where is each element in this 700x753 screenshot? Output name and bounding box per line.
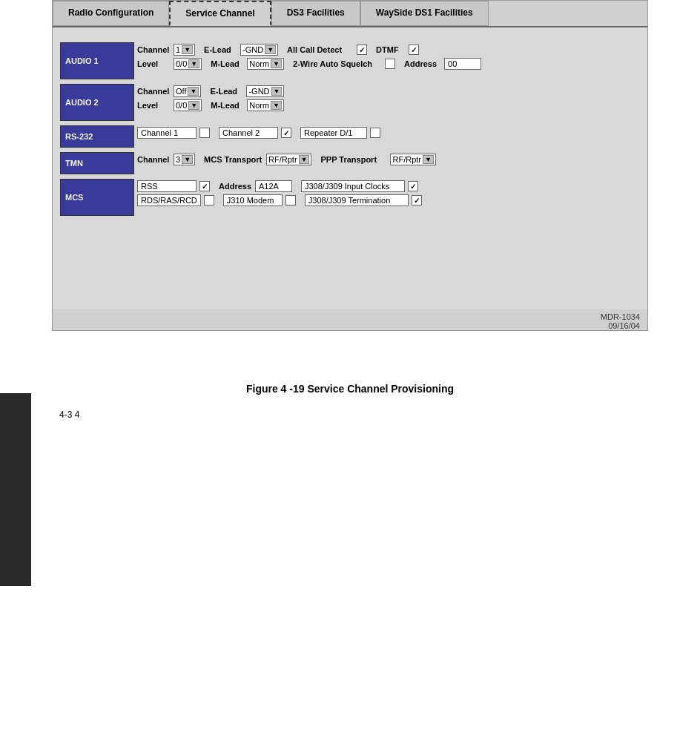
audio1-channel-dropdown[interactable]: 1 ▼ [174, 44, 195, 56]
rs232-repeaterd1-checkbox[interactable] [370, 128, 380, 138]
tmn-label: TMN [60, 152, 134, 174]
tmn-channel-dropdown[interactable]: 3 ▼ [174, 154, 195, 165]
mcs-rds-checkbox[interactable] [204, 195, 214, 205]
mcs-section: MCS RSS Address A12A J308/J309 Input Clo… [60, 179, 640, 216]
diagram-area: Radio Configuration Service Channel DS3 … [52, 0, 648, 331]
audio2-level-label: Level [137, 101, 171, 110]
audio2-row2: Level 0/0 ▼ M-Lead Norm ▼ [137, 99, 637, 111]
rs232-label: RS-232 [60, 125, 134, 148]
audio2-section: AUDIO 2 Channel Off ▼ E-Lead -GND ▼ [60, 84, 640, 121]
mcs-j308-input-label: J308/J309 Input Clocks [301, 180, 405, 192]
mcs-address-value: A12A [255, 180, 292, 192]
audio1-content: Channel 1 ▼ E-Lead -GND ▼ All Call Detec… [134, 42, 640, 71]
figure-caption: Figure 4 -19 Service Channel Provisionin… [0, 375, 700, 402]
audio1-row2: Level 0/0 ▼ M-Lead Norm ▼ 2-Wire Auto Sq… [137, 58, 637, 70]
audio2-channel-arrow: ▼ [188, 87, 199, 96]
audio1-allcall-checkbox[interactable] [357, 45, 367, 55]
tab-wayside-ds1[interactable]: WaySide DS1 Facilities [360, 1, 489, 26]
tmn-mcs-transport-dropdown[interactable]: RF/Rptr ▼ [266, 154, 311, 165]
audio1-twowire-label: 2-Wire Auto Squelch [293, 59, 382, 68]
page-wrapper: Radio Configuration Service Channel DS3 … [0, 0, 700, 753]
audio1-mlead-arrow: ▼ [271, 59, 282, 68]
tab-service-channel[interactable]: Service Channel [169, 1, 271, 26]
mcs-row2: RDS/RAS/RCD J310 Modem J308/J309 Termina… [137, 194, 637, 206]
audio2-channel-dropdown[interactable]: Off ▼ [174, 85, 201, 97]
tmn-row: Channel 3 ▼ MCS Transport RF/Rptr ▼ PPP … [137, 154, 637, 165]
audio1-elead-label: E-Lead [204, 45, 237, 54]
audio2-elead-arrow: ▼ [271, 87, 283, 96]
tmn-ppp-transport-dropdown[interactable]: RF/Rptr ▼ [390, 154, 435, 165]
mdr-note: MDR-1034 09/16/04 [53, 309, 647, 330]
audio1-channel-arrow: ▼ [182, 45, 193, 54]
audio1-dtmf-checkbox[interactable] [409, 45, 419, 55]
rs232-channel1-value: Channel 1 [137, 127, 197, 139]
tmn-section: TMN Channel 3 ▼ MCS Transport RF/Rptr ▼ [60, 152, 640, 174]
audio1-allcall-label: All Call Detect [287, 45, 354, 54]
audio1-channel-label: Channel [137, 45, 171, 54]
audio1-elead-dropdown[interactable]: -GND ▼ [240, 44, 278, 56]
tmn-mcs-transport-arrow: ▼ [299, 155, 310, 164]
mcs-rss-value: RSS [137, 180, 197, 192]
rs232-section: RS-232 Channel 1 Channel 2 Repeater D/1 [60, 125, 640, 148]
audio2-level-arrow: ▼ [188, 101, 199, 110]
rs232-channel1-checkbox[interactable] [199, 128, 210, 138]
left-sidebar [0, 393, 31, 586]
audio2-level-dropdown[interactable]: 0/0 ▼ [174, 99, 202, 111]
audio1-level-label: Level [137, 59, 171, 68]
audio2-content: Channel Off ▼ E-Lead -GND ▼ Level [134, 84, 640, 113]
tmn-channel-arrow: ▼ [182, 155, 193, 164]
audio2-elead-label: E-Lead [210, 87, 243, 96]
rs232-channel2-checkbox[interactable] [281, 128, 291, 138]
tmn-ppp-transport-label: PPP Transport [320, 155, 387, 164]
tmn-ppp-transport-arrow: ▼ [423, 155, 434, 164]
audio1-row1: Channel 1 ▼ E-Lead -GND ▼ All Call Detec… [137, 44, 637, 56]
mcs-content: RSS Address A12A J308/J309 Input Clocks … [134, 179, 640, 208]
audio1-address-label: Address [404, 59, 441, 68]
page-number: 4-3 4 [0, 402, 700, 427]
mcs-j308-input-checkbox[interactable] [408, 181, 418, 191]
mcs-row1: RSS Address A12A J308/J309 Input Clocks [137, 180, 637, 192]
audio1-mlead-label: M-Lead [211, 59, 244, 68]
audio2-mlead-dropdown[interactable]: Norm ▼ [247, 99, 284, 111]
audio1-level-dropdown[interactable]: 0/0 ▼ [174, 58, 202, 70]
content-area: AUDIO 1 Channel 1 ▼ E-Lead -GND ▼ [53, 27, 647, 309]
audio2-row1: Channel Off ▼ E-Lead -GND ▼ [137, 85, 637, 97]
mcs-j310-value: J310 Modem [223, 194, 283, 206]
tab-radio-config[interactable]: Radio Configuration [53, 1, 169, 26]
audio1-elead-arrow: ▼ [265, 45, 276, 54]
audio1-dtmf-label: DTMF [376, 45, 406, 54]
rs232-repeaterd1-value: Repeater D/1 [300, 127, 367, 139]
audio2-elead-dropdown[interactable]: -GND ▼ [246, 85, 284, 97]
rs232-content: Channel 1 Channel 2 Repeater D/1 [134, 125, 640, 140]
mcs-address-label: Address [219, 182, 252, 191]
mcs-rss-checkbox[interactable] [199, 181, 210, 191]
tab-bar: Radio Configuration Service Channel DS3 … [53, 1, 647, 27]
audio1-section: AUDIO 1 Channel 1 ▼ E-Lead -GND ▼ [60, 42, 640, 79]
audio1-mlead-dropdown[interactable]: Norm ▼ [247, 58, 284, 70]
audio1-address-value: 00 [444, 58, 481, 70]
audio2-label: AUDIO 2 [60, 84, 134, 121]
tab-ds3-facilities[interactable]: DS3 Facilities [271, 1, 360, 26]
mcs-rds-value: RDS/RAS/RCD [137, 194, 201, 206]
mcs-label: MCS [60, 179, 134, 216]
rs232-row: Channel 1 Channel 2 Repeater D/1 [137, 127, 637, 139]
mcs-j308-term-checkbox[interactable] [412, 195, 422, 205]
audio1-level-arrow: ▼ [188, 59, 199, 68]
tmn-content: Channel 3 ▼ MCS Transport RF/Rptr ▼ PPP … [134, 152, 640, 167]
tmn-channel-label: Channel [137, 155, 171, 164]
audio2-channel-label: Channel [137, 87, 171, 96]
mcs-j308-term-label: J308/J309 Termination [305, 194, 409, 206]
audio2-mlead-label: M-Lead [211, 101, 244, 110]
audio1-twowire-checkbox[interactable] [385, 59, 395, 69]
rs232-channel2-value: Channel 2 [219, 127, 278, 139]
mcs-j310-checkbox[interactable] [285, 195, 296, 205]
tmn-mcs-transport-label: MCS Transport [204, 155, 263, 164]
audio2-mlead-arrow: ▼ [271, 101, 282, 110]
audio1-label: AUDIO 1 [60, 42, 134, 79]
